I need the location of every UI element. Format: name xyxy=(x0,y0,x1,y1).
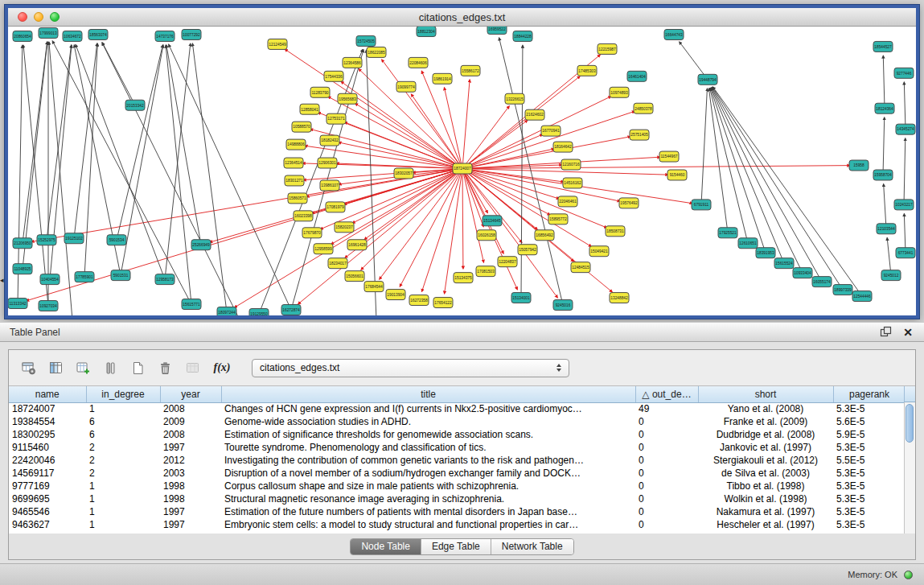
vertical-scrollbar[interactable] xyxy=(904,402,915,534)
show-columns-button[interactable] xyxy=(44,356,67,379)
graph-node-label: 13226615 xyxy=(506,97,524,101)
table-row[interactable]: 946362711997Embryonic stem cells: a mode… xyxy=(9,518,906,531)
graph-edge xyxy=(84,43,97,277)
graph-node-label: 15252975 xyxy=(38,238,55,242)
graph-node-label: 18164642 xyxy=(554,145,572,149)
table-row[interactable]: 946554611997Estimation of the future num… xyxy=(9,505,906,518)
graph-edge xyxy=(121,45,163,275)
graph-node-label: 15056601 xyxy=(346,274,363,278)
graph-node-label: 9277446 xyxy=(897,72,912,76)
table-row[interactable]: 1830029562008Estimation of significance … xyxy=(9,428,906,441)
graph-node-label: 9245012 xyxy=(884,274,899,278)
column-header[interactable]: in_degree xyxy=(86,386,160,402)
graph-node-label: 12364514 xyxy=(285,161,302,165)
close-panel-icon[interactable]: ✕ xyxy=(901,326,914,339)
table-cell: 5.9E-5 xyxy=(833,428,906,441)
graph-node-label: 19099774 xyxy=(397,85,415,89)
graph-edge xyxy=(366,50,378,315)
graph-node-label: 17785901 xyxy=(76,275,93,279)
graph-node-label: 19576492 xyxy=(620,201,638,205)
graph-node-label: 10243217 xyxy=(895,203,913,207)
graph-edge xyxy=(904,213,906,253)
delete-table-button[interactable] xyxy=(154,356,176,379)
graph-node-label: 20860654 xyxy=(14,35,31,39)
table-cell: Dudbridge et al. (2008) xyxy=(698,428,833,441)
table-cell: Hescheler et al. (1997) xyxy=(698,518,833,531)
graph-edge xyxy=(883,117,885,175)
table-row[interactable]: 1872400712008Changes of HCN gene express… xyxy=(9,402,906,415)
table-row[interactable]: 1938455462009Genome-wide association stu… xyxy=(9,415,906,428)
graph-edge xyxy=(355,103,462,168)
graph-node-label: 15134645 xyxy=(483,219,501,223)
tab-edge-table[interactable]: Edge Table xyxy=(421,539,491,554)
import-table-button[interactable] xyxy=(181,356,203,379)
table-cell: 0 xyxy=(635,441,698,454)
collapse-arrow-icon[interactable]: ◂ xyxy=(0,277,4,284)
table-cell: Stergiakouli et al. (2012) xyxy=(698,454,833,467)
column-header[interactable]: year xyxy=(160,386,221,402)
table-row[interactable]: 2242004622012Investigating the contribut… xyxy=(9,454,906,467)
table-cell: 5.3E-5 xyxy=(833,467,906,480)
graph-node-label: 5901531 xyxy=(113,274,129,278)
window-titlebar[interactable]: citations_edges.txt xyxy=(8,8,916,27)
graph-node-label: 14345274 xyxy=(897,127,914,131)
graph-node-label: 16272358 xyxy=(410,299,428,303)
graph-node-label: 10927034 xyxy=(39,304,57,308)
tab-network-table[interactable]: Network Table xyxy=(491,539,573,554)
column-header[interactable]: △ out_de… xyxy=(635,386,698,402)
rows-button[interactable] xyxy=(99,356,121,379)
graph-edge xyxy=(883,56,885,109)
graph-node-label: 24850378 xyxy=(634,107,652,111)
column-header[interactable]: short xyxy=(698,386,833,402)
table-row[interactable]: 977716911998Corpus callosum shape and si… xyxy=(9,480,906,492)
column-header[interactable]: name xyxy=(9,386,86,402)
graph-node-label: 6773441 xyxy=(898,251,914,255)
table-mode-button[interactable] xyxy=(17,356,39,379)
float-panel-icon[interactable] xyxy=(879,326,892,339)
scrollbar-thumb[interactable] xyxy=(906,404,914,443)
graph-node-label: 13986107 xyxy=(321,183,339,187)
graph-node-label: 17654122 xyxy=(434,301,452,305)
table-cell: Estimation of the future numbers of pati… xyxy=(221,505,635,518)
table-cell: 6 xyxy=(86,415,160,428)
new-column-button[interactable] xyxy=(72,356,94,379)
table-row[interactable]: 969969511998Structural magnetic resonanc… xyxy=(9,492,906,505)
new-file-button[interactable] xyxy=(126,356,149,379)
graph-node-label: 15057942 xyxy=(519,248,536,252)
dropdown-arrows-icon xyxy=(552,364,565,372)
graph-node-label: 11048925 xyxy=(14,267,31,271)
table-cell: 5.6E-5 xyxy=(833,415,906,428)
graph-node-label: 11283790 xyxy=(312,91,329,95)
graph-node-label: 16461404 xyxy=(628,75,646,79)
table-cell: 2 xyxy=(86,454,160,467)
graph-node-label: 14988806 xyxy=(287,142,305,146)
graph-node-label: 12544446 xyxy=(853,295,871,299)
column-header[interactable]: title xyxy=(221,386,635,402)
network-canvas[interactable]: 1872400718622085123645861754433611283790… xyxy=(8,27,916,315)
table-cell: 18724007 xyxy=(9,402,86,415)
table-cell: 1998 xyxy=(160,480,221,492)
header-corner xyxy=(904,386,915,402)
graph-node-label: 15820237 xyxy=(335,225,353,229)
table-selector-dropdown[interactable]: citations_edges.txt xyxy=(252,359,569,377)
graph-node-label: 12610651 xyxy=(739,241,757,245)
graph-node-label: 18724007 xyxy=(454,167,471,171)
table-cell: 9115460 xyxy=(9,441,86,454)
graph-node-label: 15134001 xyxy=(512,296,530,300)
table-row[interactable]: 911546021997Tourette syndrome. Phenomeno… xyxy=(9,441,906,454)
graph-node-label: 22084606 xyxy=(409,61,427,65)
graph-node-label: 15134375 xyxy=(454,276,472,280)
table-cell: Jankovic et al. (1997) xyxy=(698,441,833,454)
table-cell: 1998 xyxy=(160,492,221,505)
column-header[interactable]: pagerank xyxy=(833,386,906,402)
table-cell: Structural magnetic resonance image aver… xyxy=(221,492,635,505)
function-builder-button[interactable]: f(x) xyxy=(208,356,236,379)
table-cell: 9699695 xyxy=(9,492,86,505)
close-window-icon[interactable] xyxy=(18,12,27,22)
zoom-window-icon[interactable] xyxy=(50,12,60,22)
table-row[interactable]: 1456911722003Disruption of a novel membe… xyxy=(9,467,906,480)
tab-node-table[interactable]: Node Table xyxy=(351,539,421,554)
minimize-window-icon[interactable] xyxy=(34,12,43,22)
graph-node-label: 10634672 xyxy=(64,35,81,39)
graph-edge xyxy=(462,134,543,169)
